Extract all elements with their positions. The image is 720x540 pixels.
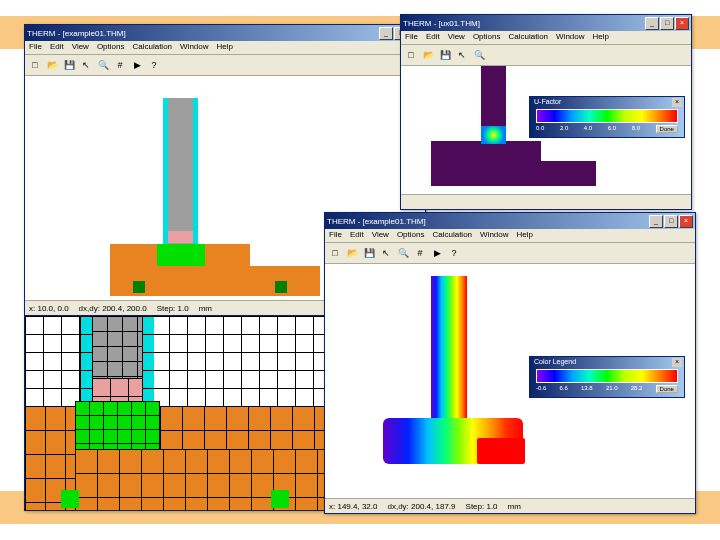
status-units: mm	[199, 304, 212, 313]
menu-edit[interactable]: Edit	[350, 230, 364, 241]
result-canvas[interactable]: × U-Factor 0.0 2.0 4.0 6.0 8.0 Done	[401, 66, 691, 194]
legend-close-icon[interactable]: ×	[672, 358, 682, 367]
menu-calculation[interactable]: Calculation	[508, 32, 548, 43]
open-icon[interactable]: 📂	[420, 47, 436, 63]
titlebar[interactable]: THERM - [example01.THM] _ □ ×	[325, 213, 695, 229]
run-icon[interactable]: ▶	[429, 245, 445, 261]
menu-help[interactable]: Help	[593, 32, 609, 43]
grid-icon[interactable]: #	[412, 245, 428, 261]
open-icon[interactable]: 📂	[44, 57, 60, 73]
save-icon[interactable]: 💾	[61, 57, 77, 73]
menu-help[interactable]: Help	[517, 230, 533, 241]
status-dxdy: dx,dy: 200.4, 200.0	[79, 304, 147, 313]
toolbar: □ 📂 💾 ↖ 🔍 # ▶ ?	[325, 243, 695, 264]
close-button[interactable]: ×	[675, 17, 689, 30]
grid-icon[interactable]: #	[112, 57, 128, 73]
legend-ticks: 0.0 2.0 4.0 6.0 8.0 Done	[536, 125, 678, 133]
mesh-canvas[interactable]	[25, 316, 325, 510]
menu-edit[interactable]: Edit	[426, 32, 440, 43]
toolbar: □ 📂 💾 ↖ 🔍 # ▶ ?	[25, 55, 425, 76]
legend-title: U-Factor	[534, 98, 561, 105]
menu-view[interactable]: View	[372, 230, 389, 241]
status-units: mm	[508, 502, 521, 511]
menu-options[interactable]: Options	[97, 42, 125, 53]
menu-window[interactable]: Window	[180, 42, 208, 53]
minimize-button[interactable]: _	[379, 27, 393, 40]
new-icon[interactable]: □	[403, 47, 419, 63]
run-icon[interactable]: ▶	[129, 57, 145, 73]
status-xy: x: 149.4, 32.0	[329, 502, 377, 511]
menu-view[interactable]: View	[72, 42, 89, 53]
legend-title: Color Legend	[534, 358, 576, 365]
zoom-icon[interactable]: 🔍	[395, 245, 411, 261]
save-icon[interactable]: 💾	[437, 47, 453, 63]
arrow-icon[interactable]: ↖	[454, 47, 470, 63]
status-bar: x: 149.4, 32.0 dx,dy: 200.4, 187.9 Step:…	[325, 498, 695, 513]
zoom-icon[interactable]: 🔍	[95, 57, 111, 73]
status-xy: x: 10.0, 0.0	[29, 304, 69, 313]
status-bar	[401, 194, 691, 209]
menu-bar: File Edit View Options Calculation Windo…	[401, 31, 691, 45]
menu-window[interactable]: Window	[556, 32, 584, 43]
save-icon[interactable]: 💾	[361, 245, 377, 261]
result-canvas[interactable]: × Color Legend -0.6 6.6 13.8 21.0 28.2 D…	[325, 264, 695, 498]
legend-gradient	[536, 109, 678, 123]
window-title: THERM - [example01.THM]	[327, 217, 649, 226]
window-title: THERM - [example01.THM]	[27, 29, 379, 38]
arrow-icon[interactable]: ↖	[378, 245, 394, 261]
menu-help[interactable]: Help	[217, 42, 233, 53]
minimize-button[interactable]: _	[649, 215, 663, 228]
help-icon[interactable]: ?	[446, 245, 462, 261]
new-icon[interactable]: □	[327, 245, 343, 261]
menu-bar: File Edit View Options Calculation Windo…	[325, 229, 695, 243]
menu-file[interactable]: File	[329, 230, 342, 241]
legend-close-icon[interactable]: ×	[672, 98, 682, 107]
minimize-button[interactable]: _	[645, 17, 659, 30]
toolbar: □ 📂 💾 ↖ 🔍	[401, 45, 691, 66]
color-legend[interactable]: × U-Factor 0.0 2.0 4.0 6.0 8.0 Done	[529, 96, 685, 138]
legend-done-button[interactable]: Done	[656, 385, 678, 393]
menu-options[interactable]: Options	[397, 230, 425, 241]
zoom-icon[interactable]: 🔍	[471, 47, 487, 63]
titlebar[interactable]: THERM - [example01.THM] _ □ ×	[25, 25, 425, 41]
window-ufactor[interactable]: THERM - [ux01.THM] _ □ × File Edit View …	[400, 14, 692, 210]
menu-calculation[interactable]: Calculation	[132, 42, 172, 53]
window-mesh-detail[interactable]	[24, 316, 326, 511]
menu-edit[interactable]: Edit	[50, 42, 64, 53]
status-dxdy: dx,dy: 200.4, 187.9	[387, 502, 455, 511]
menu-options[interactable]: Options	[473, 32, 501, 43]
status-step: Step: 1.0	[157, 304, 189, 313]
window-temperature[interactable]: THERM - [example01.THM] _ □ × File Edit …	[324, 212, 696, 514]
new-icon[interactable]: □	[27, 57, 43, 73]
menu-file[interactable]: File	[29, 42, 42, 53]
maximize-button[interactable]: □	[660, 17, 674, 30]
menu-file[interactable]: File	[405, 32, 418, 43]
color-legend[interactable]: × Color Legend -0.6 6.6 13.8 21.0 28.2 D…	[529, 356, 685, 398]
legend-gradient	[536, 369, 678, 383]
menu-window[interactable]: Window	[480, 230, 508, 241]
menu-view[interactable]: View	[448, 32, 465, 43]
titlebar[interactable]: THERM - [ux01.THM] _ □ ×	[401, 15, 691, 31]
help-icon[interactable]: ?	[146, 57, 162, 73]
menu-bar: File Edit View Options Calculation Windo…	[25, 41, 425, 55]
status-step: Step: 1.0	[466, 502, 498, 511]
legend-done-button[interactable]: Done	[656, 125, 678, 133]
arrow-icon[interactable]: ↖	[78, 57, 94, 73]
close-button[interactable]: ×	[679, 215, 693, 228]
maximize-button[interactable]: □	[664, 215, 678, 228]
menu-calculation[interactable]: Calculation	[432, 230, 472, 241]
legend-ticks: -0.6 6.6 13.8 21.0 28.2 Done	[536, 385, 678, 393]
window-title: THERM - [ux01.THM]	[403, 19, 645, 28]
open-icon[interactable]: 📂	[344, 245, 360, 261]
